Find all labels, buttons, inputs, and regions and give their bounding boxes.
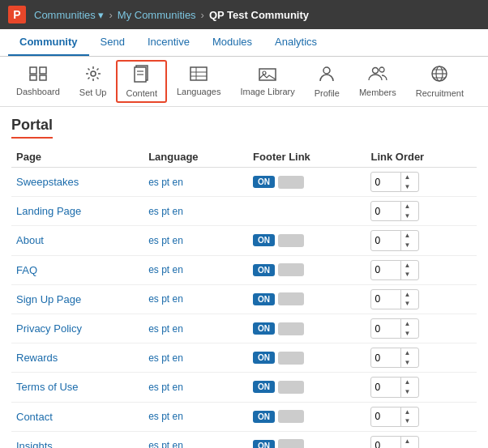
page-link[interactable]: Contact bbox=[16, 411, 53, 423]
link-order-input[interactable] bbox=[371, 380, 400, 395]
spinner-up[interactable]: ▲ bbox=[401, 173, 413, 182]
icon-nav-languages-label: Languages bbox=[177, 87, 220, 96]
content-area: Portal Page Language Footer Link Link Or… bbox=[0, 107, 488, 448]
spinner-down[interactable]: ▼ bbox=[401, 329, 413, 339]
icon-nav-recruitment-label: Recruitment bbox=[416, 88, 464, 98]
cell-language: es pt en bbox=[143, 431, 248, 448]
icon-nav-members[interactable]: Members bbox=[349, 61, 406, 102]
cell-page: Landing Page bbox=[11, 197, 143, 226]
svg-rect-0 bbox=[30, 67, 36, 74]
icon-nav-setup[interactable]: Set Up bbox=[70, 61, 117, 102]
page-link[interactable]: Sign Up Page bbox=[16, 293, 81, 305]
icon-nav-recruitment[interactable]: Recruitment bbox=[406, 60, 473, 103]
table-row: Contactes pt enON▲▼ bbox=[11, 402, 477, 431]
spinner-up[interactable]: ▲ bbox=[401, 261, 413, 271]
icon-nav-dashboard-label: Dashboard bbox=[16, 87, 60, 96]
sub-nav: Community Send Incentive Modules Analyti… bbox=[0, 29, 488, 57]
link-order-input[interactable] bbox=[371, 438, 400, 448]
spinner-down[interactable]: ▼ bbox=[401, 358, 413, 368]
icon-nav-content[interactable]: Content bbox=[116, 60, 167, 103]
svg-rect-2 bbox=[30, 75, 36, 80]
spinner-down[interactable]: ▼ bbox=[401, 299, 413, 309]
spinner-up[interactable]: ▲ bbox=[401, 348, 413, 358]
link-order-input[interactable] bbox=[371, 351, 400, 365]
spinner-down[interactable]: ▼ bbox=[401, 270, 413, 279]
table-row: Privacy Policyes pt enON▲▼ bbox=[11, 314, 477, 343]
tab-incentive[interactable]: Incentive bbox=[136, 29, 201, 56]
top-nav: P Communities ▾ › My Communities › QP Te… bbox=[0, 0, 488, 29]
gear-icon bbox=[85, 66, 101, 86]
page-link[interactable]: Rewards bbox=[16, 352, 58, 364]
cell-footer-link: ON bbox=[248, 431, 366, 448]
cell-footer-link: ON bbox=[248, 226, 366, 255]
col-page: Page bbox=[11, 147, 143, 168]
page-link[interactable]: About bbox=[16, 234, 44, 246]
link-order-input[interactable] bbox=[371, 233, 400, 248]
link-order-input[interactable] bbox=[371, 262, 400, 277]
tab-analytics[interactable]: Analytics bbox=[263, 29, 328, 56]
cell-page: Rewards bbox=[11, 343, 143, 373]
toggle-on[interactable]: ON bbox=[253, 234, 275, 246]
spinner-up[interactable]: ▲ bbox=[401, 290, 413, 300]
page-link[interactable]: Privacy Policy bbox=[16, 322, 82, 335]
spinner-down[interactable]: ▼ bbox=[401, 182, 413, 192]
spinner-down[interactable]: ▼ bbox=[401, 241, 413, 250]
page-link[interactable]: Terms of Use bbox=[16, 381, 79, 393]
toggle-on[interactable]: ON bbox=[253, 411, 275, 423]
spinner-up[interactable]: ▲ bbox=[401, 231, 413, 241]
toggle-on[interactable]: ON bbox=[253, 264, 275, 276]
current-community: QP Test Community bbox=[209, 9, 309, 21]
spinner-down[interactable]: ▼ bbox=[401, 387, 413, 397]
spinner-down[interactable]: ▼ bbox=[401, 211, 413, 221]
spinner-up[interactable]: ▲ bbox=[401, 378, 413, 387]
cell-footer-link: ON bbox=[248, 255, 366, 284]
link-order-input[interactable] bbox=[371, 322, 400, 336]
cell-footer-link: ON bbox=[248, 314, 366, 343]
icon-nav-image-library[interactable]: Image Library bbox=[230, 62, 304, 101]
toggle-blank bbox=[278, 263, 304, 276]
page-link[interactable]: Sweepstakes bbox=[16, 176, 79, 188]
tab-modules[interactable]: Modules bbox=[201, 29, 263, 56]
cell-page: About bbox=[11, 226, 143, 255]
cell-link-order: ▲▼ bbox=[366, 197, 477, 226]
toggle-on[interactable]: ON bbox=[253, 440, 275, 448]
toggle-blank bbox=[278, 322, 304, 335]
cell-page: Insights bbox=[11, 431, 143, 448]
icon-nav-setup-label: Set Up bbox=[79, 87, 107, 97]
icon-nav-languages[interactable]: Languages bbox=[167, 62, 230, 101]
logo: P bbox=[8, 6, 26, 23]
icon-nav-profile[interactable]: Profile bbox=[305, 60, 349, 103]
icon-nav-profile-label: Profile bbox=[315, 88, 340, 98]
cell-page: FAQ bbox=[11, 255, 143, 284]
cell-footer-link: ON bbox=[248, 168, 366, 197]
toggle-blank bbox=[278, 176, 304, 189]
toggle-on[interactable]: ON bbox=[253, 322, 275, 335]
link-order-input[interactable] bbox=[371, 409, 400, 424]
table-row: FAQes pt enON▲▼ bbox=[11, 255, 477, 284]
link-order-input[interactable] bbox=[371, 204, 400, 219]
toggle-on[interactable]: ON bbox=[253, 176, 275, 188]
toggle-on[interactable]: ON bbox=[253, 352, 275, 364]
link-order-input[interactable] bbox=[371, 175, 400, 190]
members-icon bbox=[368, 66, 387, 86]
toggle-on[interactable]: ON bbox=[253, 381, 275, 393]
tab-community[interactable]: Community bbox=[8, 29, 89, 56]
table-row: Insightses pt enON▲▼ bbox=[11, 431, 477, 448]
my-communities-link[interactable]: My Communities bbox=[118, 9, 196, 21]
spinner-up[interactable]: ▲ bbox=[401, 202, 413, 211]
tab-send[interactable]: Send bbox=[89, 29, 136, 56]
link-order-input[interactable] bbox=[371, 292, 400, 306]
spinner-down[interactable]: ▼ bbox=[401, 416, 413, 426]
icon-nav-dashboard[interactable]: Dashboard bbox=[6, 62, 70, 101]
spinner-up[interactable]: ▲ bbox=[401, 319, 413, 329]
spinner-up[interactable]: ▲ bbox=[401, 407, 413, 417]
page-link[interactable]: FAQ bbox=[16, 264, 37, 276]
cell-language: es pt en bbox=[143, 343, 248, 373]
communities-link[interactable]: Communities ▾ bbox=[34, 9, 104, 21]
toggle-on[interactable]: ON bbox=[253, 293, 275, 305]
spinner-up[interactable]: ▲ bbox=[401, 437, 413, 446]
page-link[interactable]: Landing Page bbox=[16, 205, 81, 217]
page-link[interactable]: Insights bbox=[16, 440, 53, 448]
table-row: Sweepstakeses pt enON▲▼ bbox=[11, 168, 477, 197]
cell-link-order: ▲▼ bbox=[366, 226, 477, 255]
